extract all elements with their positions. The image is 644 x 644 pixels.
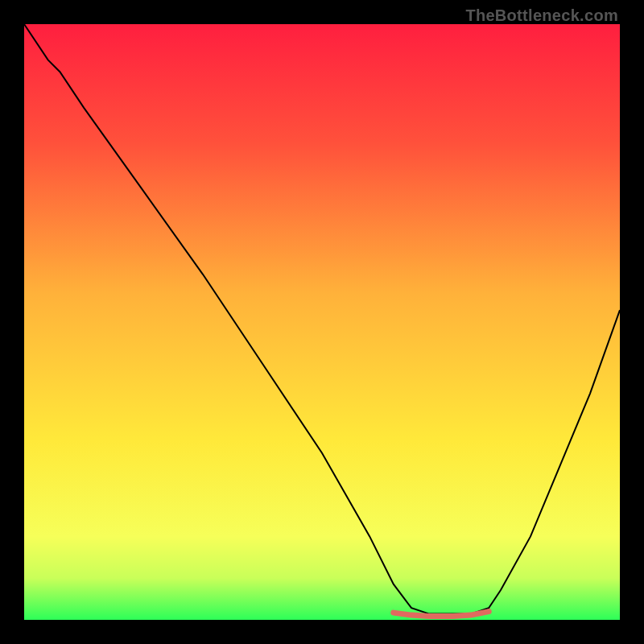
watermark-text: TheBottleneck.com <box>465 6 618 25</box>
chart-svg <box>24 24 620 620</box>
gradient-background <box>24 24 620 620</box>
chart-frame: TheBottleneck.com <box>0 0 644 644</box>
plot-area <box>24 24 620 620</box>
